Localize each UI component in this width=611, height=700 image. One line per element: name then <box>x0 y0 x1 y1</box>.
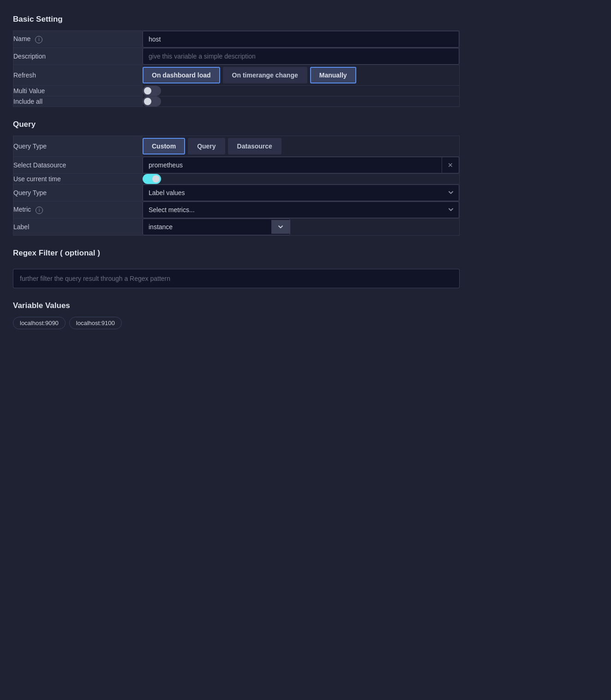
include-all-toggle[interactable] <box>143 96 161 107</box>
variable-tag-0: localhost:9090 <box>13 317 66 329</box>
query-section-title: Query <box>13 120 460 129</box>
select-datasource-value-cell: ✕ <box>143 157 460 174</box>
variable-values-section: Variable Values localhost:9090 localhost… <box>13 301 460 329</box>
query-table: Query Type Custom Query Datasource Selec… <box>13 136 460 236</box>
query-type-label: Query Type <box>13 136 143 157</box>
name-label: Name i <box>13 31 143 48</box>
query-type-btn-datasource[interactable]: Datasource <box>228 138 282 154</box>
datasource-input[interactable] <box>143 157 442 173</box>
variable-tag-1: localhost:9100 <box>69 317 122 329</box>
description-row: Description <box>13 48 460 65</box>
multi-value-toggle-wrapper <box>143 86 459 96</box>
refresh-button-group: On dashboard load On timerange change Ma… <box>143 65 459 85</box>
regex-filter-title: Regex Filter ( optional ) <box>13 249 460 258</box>
refresh-btn-manually[interactable]: Manually <box>310 67 356 83</box>
multi-value-toggle[interactable] <box>143 86 161 96</box>
metric-info-icon[interactable]: i <box>36 207 43 214</box>
description-label: Description <box>13 48 143 65</box>
metric-select-wrapper: Select metrics... <box>143 202 459 218</box>
basic-setting-title: Basic Setting <box>13 15 460 24</box>
name-value-cell <box>143 31 460 48</box>
include-all-cell <box>143 96 460 107</box>
description-value-cell <box>143 48 460 65</box>
multi-value-row: Multi Value <box>13 86 460 96</box>
query-type-row: Query Type Custom Query Datasource <box>13 136 460 157</box>
select-datasource-label: Select Datasource <box>13 157 143 174</box>
multi-value-slider <box>143 86 161 96</box>
use-current-time-toggle[interactable] <box>143 174 161 184</box>
use-current-time-label: Use current time <box>13 174 143 184</box>
include-all-label: Include all <box>13 96 143 107</box>
refresh-row: Refresh On dashboard load On timerange c… <box>13 65 460 86</box>
query-type-select[interactable]: Label values Label names Metrics Query r… <box>143 184 459 201</box>
include-all-row: Include all <box>13 96 460 107</box>
datasource-wrapper: ✕ <box>143 157 459 173</box>
multi-value-cell <box>143 86 460 96</box>
basic-setting-table: Name i Description Refresh On dashboard … <box>13 30 460 107</box>
query-type-2-label: Query Type <box>13 184 143 202</box>
name-input[interactable] <box>143 31 459 47</box>
regex-filter-input[interactable] <box>13 269 460 288</box>
query-type-btn-custom[interactable]: Custom <box>143 138 185 154</box>
use-current-time-slider <box>143 174 161 184</box>
label-value-display: instance <box>143 219 271 235</box>
query-type-btn-query[interactable]: Query <box>188 138 225 154</box>
label-dropdown-wrapper: instance <box>143 219 290 235</box>
datasource-clear-button[interactable]: ✕ <box>442 157 459 173</box>
label-label: Label <box>13 219 143 236</box>
select-datasource-row: Select Datasource ✕ <box>13 157 460 174</box>
variable-values-title: Variable Values <box>13 301 460 310</box>
metric-label: Metric i <box>13 202 143 219</box>
basic-setting-section: Basic Setting Name i Description Refresh… <box>13 15 460 107</box>
query-type-select-wrapper: Label values Label names Metrics Query r… <box>143 184 459 201</box>
name-row: Name i <box>13 31 460 48</box>
query-section: Query Query Type Custom Query Datasource… <box>13 120 460 236</box>
label-chevron-down-icon <box>278 224 283 230</box>
label-chevron-button[interactable] <box>271 220 290 234</box>
refresh-btn-dashboard-load[interactable]: On dashboard load <box>143 67 220 83</box>
refresh-label: Refresh <box>13 65 143 86</box>
variable-values-tag-list: localhost:9090 localhost:9100 <box>13 317 460 329</box>
refresh-btn-timerange-change[interactable]: On timerange change <box>223 67 307 83</box>
include-all-toggle-wrapper <box>143 96 459 107</box>
query-type-2-row: Query Type Label values Label names Metr… <box>13 184 460 202</box>
use-current-time-row: Use current time <box>13 174 460 184</box>
description-input[interactable] <box>143 48 459 65</box>
query-type-2-value-cell: Label values Label names Metrics Query r… <box>143 184 460 202</box>
use-current-time-toggle-wrapper <box>143 174 459 184</box>
multi-value-label: Multi Value <box>13 86 143 96</box>
use-current-time-cell <box>143 174 460 184</box>
regex-filter-section: Regex Filter ( optional ) <box>13 249 460 288</box>
query-type-button-group: Custom Query Datasource <box>143 136 459 156</box>
metric-row: Metric i Select metrics... <box>13 202 460 219</box>
metric-value-cell: Select metrics... <box>143 202 460 219</box>
label-row: Label instance <box>13 219 460 236</box>
query-type-value-cell: Custom Query Datasource <box>143 136 460 157</box>
refresh-value-cell: On dashboard load On timerange change Ma… <box>143 65 460 86</box>
label-value-cell: instance <box>143 219 460 236</box>
name-info-icon[interactable]: i <box>35 36 42 43</box>
metric-select[interactable]: Select metrics... <box>143 202 459 218</box>
include-all-slider <box>143 96 161 107</box>
